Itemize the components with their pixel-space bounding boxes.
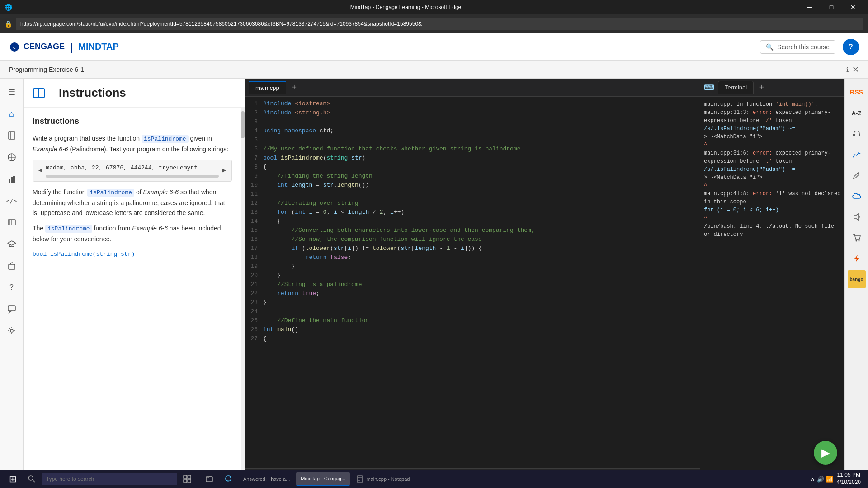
main-cpp-tab[interactable]: main.cpp [249, 81, 286, 94]
svg-line-27 [33, 480, 35, 482]
address-bar: 🔒 [0, 14, 868, 33]
svg-rect-14 [9, 264, 15, 269]
code-line-26: 26 int main() [245, 326, 700, 335]
code-line-4: 4 using namespace std; [245, 127, 700, 136]
code-editor[interactable]: 1 #include <iostream> 2 #include <string… [245, 97, 700, 468]
sidebar-globe-btn[interactable] [3, 148, 21, 166]
cart-btn[interactable] [848, 229, 866, 247]
svg-marker-22 [854, 214, 858, 220]
search-icon: 🔍 [766, 43, 774, 51]
code-line-13: 13 for (int i = 0; i < length / 2; i++) [245, 209, 700, 218]
sidebar-settings-btn[interactable] [3, 322, 21, 340]
audio-btn[interactable] [848, 125, 866, 143]
sidebar-chart-btn[interactable] [3, 170, 21, 188]
url-input[interactable] [16, 18, 863, 30]
taskbar-time: 11:05 PM 4/10/2020 [837, 472, 861, 486]
edge-icon [224, 475, 232, 483]
svg-rect-8 [11, 177, 13, 183]
code-editor-area: main.cpp + 1 #include <iostream> 2 #incl… [245, 79, 700, 488]
sidebar-book-btn[interactable] [3, 127, 21, 145]
breadcrumb-info-btn[interactable]: ℹ [846, 66, 849, 73]
taskbar-search-input[interactable] [42, 473, 177, 485]
bag-icon [7, 261, 16, 270]
svg-point-24 [858, 240, 859, 242]
right-panel: RSS A-Z bango [844, 79, 868, 488]
sidebar-code-btn[interactable]: </> [3, 192, 21, 210]
bango-btn[interactable]: bango [848, 270, 866, 288]
svg-point-26 [28, 476, 33, 480]
settings-icon [7, 326, 16, 335]
sidebar-toggle-btn[interactable]: ☰ [3, 83, 21, 101]
help-btn[interactable]: ? [843, 39, 859, 55]
rss-btn[interactable]: RSS [848, 83, 866, 101]
instructions-panel: Instructions Instructions Write a progra… [24, 79, 245, 488]
az-btn[interactable]: A-Z [848, 104, 866, 122]
cloud-icon [852, 192, 862, 200]
sidebar-help-btn[interactable]: ? [3, 278, 21, 296]
svg-rect-19 [853, 134, 855, 136]
taskbar: ⊞ Answered: I have a... MindTap - Cengag… [0, 470, 868, 488]
instructions-scrollbar[interactable] [241, 108, 245, 488]
code-line-5: 5 [245, 136, 700, 145]
terminal-tab[interactable]: Terminal [718, 81, 754, 94]
taskbar-item-mindtap[interactable]: MindTap - Cengag... [296, 472, 350, 486]
svg-rect-7 [9, 179, 10, 183]
add-editor-tab-btn[interactable]: + [288, 81, 301, 94]
sidebar-chat-btn[interactable] [3, 300, 21, 318]
maximize-btn[interactable]: □ [821, 0, 842, 14]
taskbar-item-answered[interactable]: Answered: I have a... [239, 472, 294, 486]
add-terminal-tab-btn[interactable]: + [755, 81, 768, 94]
is-palindrome-code-1: isPalindrome [142, 135, 189, 143]
play-btn[interactable]: ▶ [814, 441, 837, 465]
globe-icon [7, 153, 16, 162]
task-view-btn[interactable] [179, 471, 195, 487]
search-btn[interactable] [24, 471, 40, 487]
svg-text:C: C [13, 46, 16, 50]
sidebar-bag-btn[interactable] [3, 257, 21, 275]
start-btn[interactable]: ⊞ [4, 472, 22, 486]
sidebar-hat-btn[interactable] [3, 235, 21, 253]
pencil-icon [852, 171, 861, 180]
pencil-btn[interactable] [848, 166, 866, 184]
terminal-line-12: ^ [704, 214, 841, 222]
breadcrumb-close-btn[interactable]: ✕ [852, 65, 859, 75]
instructions-para3: The isPalindrome function from Example 6… [33, 223, 232, 244]
instructions-body: Instructions Write a program that uses t… [24, 108, 241, 488]
search-course-btn[interactable]: 🔍 Search this course [760, 40, 835, 54]
sidebar-library-btn[interactable] [3, 213, 21, 231]
svg-rect-31 [188, 479, 191, 483]
taskbar-item-edge[interactable] [220, 472, 237, 486]
sidebar-home-btn[interactable]: ⌂ [3, 105, 21, 123]
cengage-logo-icon: C [9, 42, 20, 52]
chart-icon [7, 174, 16, 183]
scroll-left-btn[interactable]: ◀ [38, 165, 42, 175]
close-btn[interactable]: ✕ [843, 0, 863, 14]
taskbar-item-notepad[interactable]: main.cpp - Notepad [352, 472, 414, 486]
search-course-label: Search this course [777, 43, 830, 51]
main-content: ☰ ⌂ </> ? [0, 79, 868, 488]
terminal-line-8: > ~<MatchData "i"> [704, 174, 841, 182]
lightning-btn[interactable] [848, 249, 866, 267]
terminal-line-10: main.cpp:41:8: error: 'i' was not declar… [704, 190, 841, 206]
code-line-6: 6 //My user defined function that checks… [245, 145, 700, 155]
svg-rect-29 [188, 475, 191, 479]
terminal-line-13: /bin/bash: line 4: ./a.out: No such file… [704, 222, 841, 239]
code-line-11: 11 [245, 191, 700, 200]
code-line-9: 9 //Finding the string length [245, 173, 700, 182]
sound-btn[interactable] [848, 208, 866, 226]
svg-rect-30 [184, 479, 187, 483]
file-explorer-icon [205, 475, 213, 483]
instructions-panel-header: Instructions [24, 79, 245, 108]
svg-marker-25 [854, 255, 859, 262]
analytics-btn[interactable] [848, 145, 866, 164]
taskbar-search-icon [28, 475, 35, 483]
terminal-line-9: ^ [704, 182, 841, 190]
cloud-btn[interactable] [848, 187, 866, 205]
scroll-right-btn[interactable]: ▶ [222, 165, 226, 175]
minimize-btn[interactable]: ─ [799, 0, 820, 14]
window-controls: ─ □ ✕ [799, 0, 863, 14]
analytics-icon [852, 150, 861, 159]
taskbar-item-explorer[interactable] [201, 472, 218, 486]
svg-rect-20 [859, 134, 860, 136]
terminal-panel: ⌨ Terminal + main.cpp: In function 'int … [700, 79, 844, 488]
